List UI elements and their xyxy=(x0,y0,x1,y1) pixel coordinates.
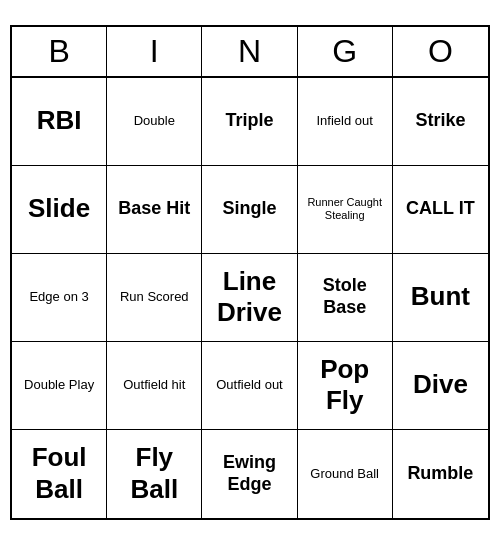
bingo-cell: Outfield hit xyxy=(107,342,202,430)
bingo-cell: Double Play xyxy=(12,342,107,430)
bingo-cell: Strike xyxy=(393,78,488,166)
bingo-cell: Line Drive xyxy=(202,254,297,342)
bingo-cell: Infield out xyxy=(298,78,393,166)
bingo-cell: Ewing Edge xyxy=(202,430,297,518)
bingo-cell: Foul Ball xyxy=(12,430,107,518)
bingo-cell: Stole Base xyxy=(298,254,393,342)
bingo-cell: Ground Ball xyxy=(298,430,393,518)
bingo-cell: Slide xyxy=(12,166,107,254)
bingo-cell: Runner Caught Stealing xyxy=(298,166,393,254)
header-letter: B xyxy=(12,27,107,76)
bingo-card: BINGO RBIDoubleTripleInfield outStrikeSl… xyxy=(10,25,490,520)
bingo-cell: Base Hit xyxy=(107,166,202,254)
bingo-cell: Rumble xyxy=(393,430,488,518)
header-letter: I xyxy=(107,27,202,76)
header-letter: G xyxy=(298,27,393,76)
bingo-cell: Edge on 3 xyxy=(12,254,107,342)
bingo-cell: CALL IT xyxy=(393,166,488,254)
bingo-cell: Pop Fly xyxy=(298,342,393,430)
bingo-cell: RBI xyxy=(12,78,107,166)
bingo-cell: Fly Ball xyxy=(107,430,202,518)
bingo-grid: RBIDoubleTripleInfield outStrikeSlideBas… xyxy=(12,78,488,518)
header-letter: O xyxy=(393,27,488,76)
bingo-cell: Outfield out xyxy=(202,342,297,430)
header-letter: N xyxy=(202,27,297,76)
bingo-cell: Triple xyxy=(202,78,297,166)
bingo-cell: Double xyxy=(107,78,202,166)
bingo-cell: Bunt xyxy=(393,254,488,342)
bingo-cell: Single xyxy=(202,166,297,254)
bingo-cell: Dive xyxy=(393,342,488,430)
bingo-header: BINGO xyxy=(12,27,488,78)
bingo-cell: Run Scored xyxy=(107,254,202,342)
